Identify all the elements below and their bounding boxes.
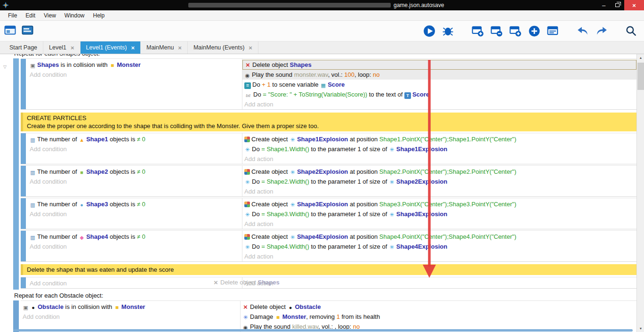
action-delete-obstacle[interactable]: ×Delete object ●Obstacle: [241, 302, 636, 312]
menu-window[interactable]: Window: [60, 11, 89, 20]
action-damage-monster[interactable]: ✳Damage ■Monster, removing 1 from its he…: [241, 312, 636, 322]
add-condition-button[interactable]: Add condition: [28, 144, 242, 154]
maximize-button[interactable]: [611, 0, 624, 10]
menu-view[interactable]: View: [40, 11, 60, 20]
add-action-button[interactable]: Add action: [242, 186, 636, 196]
fold-arrow-icon[interactable]: ▽: [3, 65, 7, 69]
event-level-bar[interactable]: [21, 166, 26, 196]
text-segment: Obstacle: [38, 303, 64, 310]
scene-window-icon[interactable]: [4, 24, 16, 37]
event-level-bar[interactable]: [13, 300, 19, 332]
title-bar: game.json.autosave – ×: [0, 0, 644, 10]
text-segment: Add action: [244, 188, 273, 195]
action-set-score-text[interactable]: txtDo = "Score: " + ToString(Variable(Sc…: [242, 89, 636, 99]
event-delete-shapes-dragging[interactable]: Add condition Add action ×Delete object …: [21, 277, 636, 289]
event-shape2-particles[interactable]: ▥The number of ■Shape2 objects is ≠ 0 Ad…: [21, 165, 636, 197]
tab-close-icon[interactable]: ×: [131, 44, 135, 51]
add-action-button[interactable]: Add action: [242, 99, 636, 109]
condition-row[interactable]: ▥The number of ●Shape3 objects is ≠ 0: [28, 199, 242, 209]
sound-icon: ◉: [244, 71, 250, 80]
event-shape3-particles[interactable]: ▥The number of ●Shape3 objects is ≠ 0 Ad…: [21, 198, 636, 229]
scrollbar-thumb[interactable]: [637, 63, 644, 90]
menu-help[interactable]: Help: [89, 11, 109, 20]
condition-row[interactable]: ▥The number of ■Shape2 objects is ≠ 0: [28, 167, 242, 177]
comment-create-particles[interactable]: CREATE PARTICLES Create the proper one a…: [21, 113, 636, 131]
condition-row[interactable]: ▣●Obstacle is in collision with ■Monster: [21, 302, 240, 312]
scroll-up-icon[interactable]: ▲: [637, 54, 644, 61]
condition-row[interactable]: ▥The number of ▲Shape1 objects is ≠ 0: [28, 134, 242, 144]
event-shapes-collision[interactable]: ▣Shapes is in collision with ■Monster Ad…: [21, 58, 636, 110]
tab-level1[interactable]: Level1 ×: [43, 41, 80, 54]
panel-list-icon[interactable]: [547, 24, 559, 37]
menu-edit[interactable]: Edit: [21, 11, 40, 20]
tab-close-icon[interactable]: ×: [71, 44, 74, 51]
text-segment: from its health: [340, 313, 380, 320]
tab-mainmenu-events[interactable]: MainMenu (Events) ×: [188, 41, 258, 54]
undo-icon[interactable]: [576, 24, 589, 37]
event-shape4-particles[interactable]: ▥The number of ◆Shape4 objects is ≠ 0 Ad…: [21, 230, 636, 262]
tab-level1-events[interactable]: Level1 (Events) ×: [80, 41, 141, 54]
add-action-button[interactable]: Add action: [242, 154, 636, 164]
scroll-down-icon[interactable]: ▼: [637, 325, 644, 332]
events-window-icon[interactable]: [21, 24, 34, 37]
action-create-explosion[interactable]: Create object ✳Shape2Explosion at positi…: [242, 167, 636, 177]
add-condition-button[interactable]: Add condition: [28, 70, 242, 80]
add-condition-button[interactable]: Add condition: [28, 278, 242, 288]
repeat-obstacle-header[interactable]: Repeat for each Obstacle object:: [13, 291, 636, 300]
action-set-size[interactable]: ✳Do = Shape1.Width() to the parameter 1 …: [242, 144, 636, 154]
event-level-bar[interactable]: [21, 231, 26, 261]
action-delete-shapes[interactable]: ×Delete object Shapes: [242, 60, 636, 70]
event-level-bar[interactable]: [21, 198, 26, 229]
event-level-bar[interactable]: [13, 58, 19, 290]
action-set-size[interactable]: ✳Do = Shape2.Width() to the parameter 1 …: [242, 177, 636, 186]
drag-ghost-delete-shapes[interactable]: ×Delete object Shapes: [213, 277, 280, 287]
action-set-size[interactable]: ✳Do = Shape3.Width() to the parameter 1 …: [242, 209, 636, 219]
add-condition-button[interactable]: Add condition: [21, 312, 240, 322]
condition-row[interactable]: ▣Shapes is in collision with ■Monster: [28, 60, 242, 70]
action-play-sound[interactable]: ◉Play the sound monster.wav, vol.: 100, …: [242, 70, 636, 80]
action-create-explosion[interactable]: Create object ✳Shape1Explosion at positi…: [242, 134, 636, 144]
event-level-bar[interactable]: [21, 59, 26, 109]
vertical-scrollbar[interactable]: ▲ ▼: [636, 54, 644, 332]
add-condition-button[interactable]: Add condition: [28, 242, 242, 251]
add-action-button[interactable]: Add action: [242, 278, 636, 288]
text-segment: Shapes: [37, 61, 59, 68]
tab-close-icon[interactable]: ×: [249, 44, 252, 51]
action-add-score-variable[interactable]: =Do + 1 to scene variable ▦Score: [242, 80, 636, 89]
text-segment: to the parameter 1 of size of: [309, 146, 389, 153]
condition-row[interactable]: ▥The number of ◆Shape4 objects is ≠ 0: [28, 232, 242, 242]
event-level-bar[interactable]: [21, 277, 26, 288]
add-action-button[interactable]: Add action: [242, 219, 636, 229]
add-condition-button[interactable]: Add condition: [28, 177, 242, 186]
event-obstacle-collision[interactable]: ▣●Obstacle is in collision with ■Monster…: [21, 300, 636, 332]
search-icon[interactable]: [625, 24, 637, 37]
panel-add-icon[interactable]: [471, 24, 484, 37]
redo-icon[interactable]: [595, 24, 608, 37]
add-action-button[interactable]: Add action: [242, 251, 636, 261]
action-create-explosion[interactable]: Create object ✳Shape3Explosion at positi…: [242, 199, 636, 209]
panel-remove-icon[interactable]: [490, 24, 503, 37]
tab-mainmenu[interactable]: MainMenu ×: [141, 41, 188, 54]
text-segment: to the parameter 1 of size of: [309, 211, 389, 218]
horizontal-scrollbar[interactable]: [13, 329, 633, 332]
tab-close-icon[interactable]: ×: [178, 44, 182, 51]
event-level-bar[interactable]: [21, 133, 26, 164]
circle-plus-icon[interactable]: [528, 24, 540, 37]
count-icon: ▥: [30, 200, 36, 209]
monster-icon: ■: [114, 303, 120, 312]
comment-delete-shape[interactable]: Delete the shape that was eaten and upda…: [21, 264, 636, 275]
close-button[interactable]: ×: [624, 0, 644, 10]
tab-start-page[interactable]: Start Page: [4, 41, 43, 54]
action-create-explosion[interactable]: Create object ✳Shape4Explosion at positi…: [242, 232, 636, 242]
minimize-button[interactable]: –: [597, 0, 611, 10]
damage-icon: ✳: [242, 313, 249, 322]
menu-file[interactable]: File: [4, 11, 21, 20]
panel-insert-icon[interactable]: [509, 24, 522, 37]
debug-button[interactable]: [442, 24, 454, 37]
ghost-delete-icon: ×: [213, 277, 219, 287]
action-set-size[interactable]: ✳Do = Shape4.Width() to the parameter 1 …: [242, 242, 636, 251]
add-condition-button[interactable]: Add condition: [28, 209, 242, 219]
repeat-shapes-header[interactable]: Repeat for each Shapes object:: [13, 54, 636, 58]
play-button[interactable]: [423, 24, 435, 37]
event-shape1-particles[interactable]: ▥The number of ▲Shape1 objects is ≠ 0 Ad…: [21, 133, 636, 164]
